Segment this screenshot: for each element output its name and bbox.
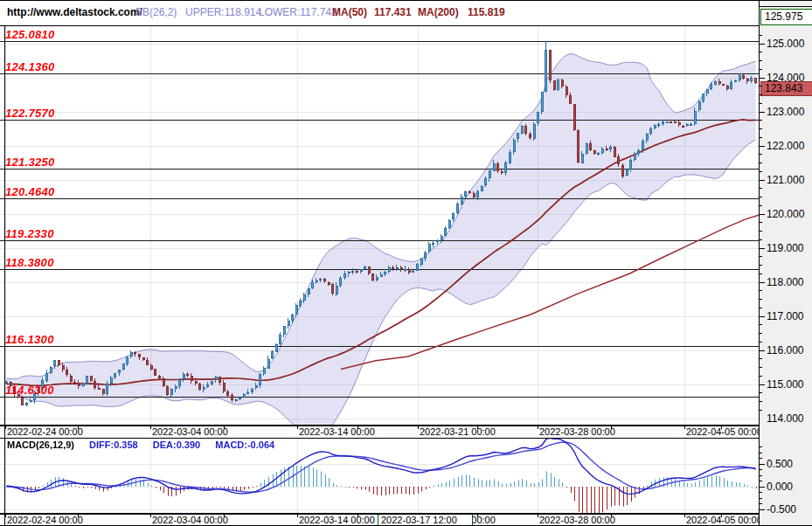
bb-lower-value: LOWER:117.742 <box>259 6 337 18</box>
key-level-label: 121.3250 <box>5 156 55 169</box>
axis-tick <box>760 481 762 481</box>
axis-tick <box>760 171 762 172</box>
axis-tick <box>760 94 762 95</box>
axis-tick <box>760 222 762 223</box>
chart-header: http://www.deltastock.com/ BB(26,2) UPPE… <box>0 1 759 25</box>
ma200-label: MA(200) <box>418 6 459 18</box>
price-scale[interactable]: 125.975 123.843 125.000124.000123.000122… <box>759 1 812 526</box>
key-level-label: 119.2330 <box>5 227 54 240</box>
axis-tick <box>760 384 765 385</box>
price-tick-label: 119.000 <box>767 242 804 254</box>
price-tick-label: 116.000 <box>767 344 804 356</box>
ma50-value: 117.431 <box>374 6 412 18</box>
crosshair-date-box: 2022-03-17 12:00 <box>378 514 473 526</box>
date-label: 2022-03-28 00:00 <box>539 515 615 525</box>
price-tick-label: 122.000 <box>767 140 804 152</box>
macd-tick-label: -0.500 <box>767 503 796 516</box>
axis-tick <box>760 453 762 453</box>
price-tick-label: 117.000 <box>767 310 804 322</box>
macd-tick-label: 0.500 <box>767 458 793 470</box>
date-label: 2022-04-05 00:00 <box>686 426 762 437</box>
axis-tick <box>760 282 765 283</box>
price-tick-label: 118.000 <box>767 276 804 288</box>
bb-upper-value: UPPER:118.914 <box>185 6 261 18</box>
macd-diff-value: DIFF:0.358 <box>89 439 138 450</box>
axis-tick <box>760 458 762 459</box>
axis-top-line <box>760 6 812 7</box>
date-axis-main: 2022-02-24 00:002022-03-04 00:002022-03-… <box>0 426 759 438</box>
axis-tick <box>760 146 765 147</box>
axis-tick <box>760 214 765 215</box>
key-level-label: 118.3800 <box>5 256 54 269</box>
axis-tick <box>760 392 762 393</box>
axis-tick <box>760 120 762 121</box>
axis-tick <box>760 112 765 113</box>
price-chart-canvas[interactable] <box>0 25 759 426</box>
price-tick-label: 124.000 <box>767 72 804 84</box>
axis-tick <box>760 464 765 465</box>
macd-value: MACD:-0.064 <box>215 439 274 450</box>
price-tick-label: 121.000 <box>767 174 804 186</box>
axis-tick <box>760 498 762 499</box>
price-tick-label: 115.000 <box>767 378 804 391</box>
date-label: 2022-03-04 00:00 <box>152 426 228 437</box>
axis-tick <box>760 469 762 470</box>
axis-tick <box>760 103 762 104</box>
frame-main-bottom <box>0 425 759 426</box>
trading-chart-window: http://www.deltastock.com/ BB(26,2) UPPE… <box>0 0 812 526</box>
axis-tick <box>760 197 762 197</box>
price-tick-label: 123.000 <box>767 106 804 118</box>
frame-macd-bottom <box>0 513 759 515</box>
date-axis-macd: 2022-02-24 00:002022-03-04 00:002022-03-… <box>0 514 759 526</box>
price-tick-label: 114.000 <box>767 412 804 425</box>
axis-tick <box>760 487 765 488</box>
macd-tick-label: 0.000 <box>767 481 793 493</box>
key-level-label: 116.1300 <box>5 333 54 346</box>
axis-tick <box>760 410 762 411</box>
axis-tick <box>760 163 762 163</box>
price-chart-panel[interactable]: 125.0810124.1360122.7570121.3250120.4640… <box>0 25 759 426</box>
ma50-label: MA(50) <box>332 6 367 18</box>
macd-panel[interactable]: MACD(26,12,9) DIFF:0.358 DEA:0.390 MACD:… <box>0 438 759 514</box>
axis-tick <box>760 239 762 240</box>
axis-tick <box>760 69 762 70</box>
axis-tick <box>760 231 762 232</box>
frame-left <box>4 25 5 526</box>
axis-tick <box>760 358 762 359</box>
axis-tick <box>760 128 762 129</box>
date-label: 2022-03-04 00:00 <box>152 515 228 525</box>
date-label: 2022-02-24 00:00 <box>7 515 83 525</box>
axis-tick <box>760 256 762 257</box>
key-level-label: 120.4640 <box>5 185 55 198</box>
axis-tick <box>760 342 762 343</box>
crosshair-price-box: 125.975 <box>760 9 812 25</box>
key-level-label: 122.7570 <box>5 107 55 120</box>
axis-tick <box>760 35 762 36</box>
axis-tick <box>760 60 762 61</box>
axis-tick <box>760 205 762 206</box>
axis-tick <box>760 290 762 291</box>
axis-tick <box>760 273 762 274</box>
axis-tick <box>760 367 762 368</box>
axis-tick <box>760 52 762 52</box>
price-tick-label: 120.000 <box>767 208 804 220</box>
axis-tick <box>760 316 765 317</box>
deltastock-url-link[interactable]: http://www.deltastock.com/ <box>7 6 142 18</box>
axis-tick <box>760 248 765 249</box>
axis-tick <box>760 86 762 87</box>
axis-tick <box>760 492 762 493</box>
date-label: 2022-03-21 00:00 <box>420 426 496 437</box>
axis-tick <box>760 137 762 138</box>
axis-tick <box>760 324 762 325</box>
axis-tick <box>760 503 762 504</box>
date-label: 2022-03-28 00:00 <box>539 426 615 437</box>
axis-tick <box>760 265 762 266</box>
price-tick-label: 125.000 <box>767 38 804 50</box>
key-level-label: 125.0810 <box>5 28 55 41</box>
macd-title: MACD(26,12,9) <box>7 439 74 450</box>
axis-tick <box>760 509 765 510</box>
axis-tick <box>760 475 762 476</box>
axis-tick <box>760 180 765 181</box>
axis-tick <box>760 333 762 334</box>
frame-top <box>0 25 759 26</box>
